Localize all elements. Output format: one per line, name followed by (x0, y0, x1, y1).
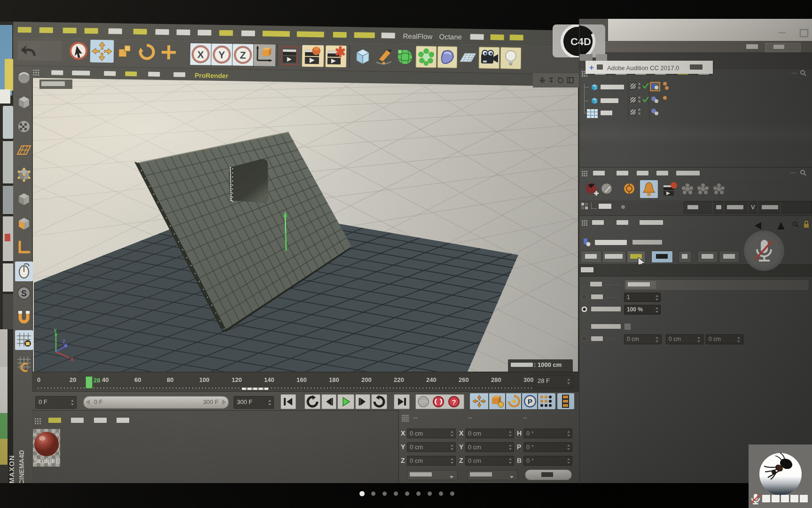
svg-text:P: P (528, 397, 532, 405)
svg-text:X: X (197, 49, 204, 60)
svg-text:?: ? (452, 398, 456, 406)
svg-text:Y: Y (219, 49, 225, 60)
svg-text:C4D: C4D (570, 36, 591, 48)
svg-text:S: S (21, 289, 27, 298)
svg-text:Z: Z (240, 50, 246, 61)
